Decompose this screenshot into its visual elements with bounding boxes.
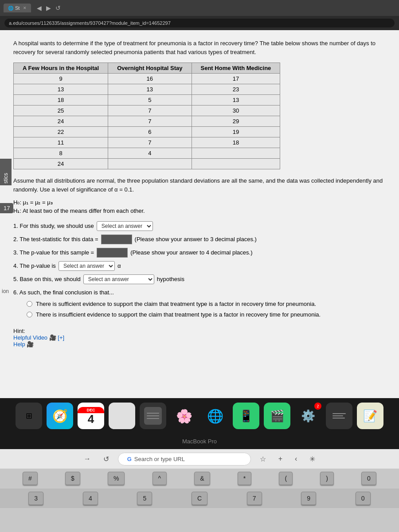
bookmark-btn[interactable]: ☆	[256, 452, 270, 466]
keyboard-row-1: # $ % ^ & * ( ) 0	[0, 469, 399, 488]
hint-label: Hint:	[13, 328, 386, 334]
q2-label: 2. The test-statistic for this data =	[13, 234, 98, 245]
radio-insufficient[interactable]	[27, 312, 32, 317]
question-1-line: 1. For this study, we should use Select …	[13, 220, 386, 232]
table-cell: 23	[192, 84, 280, 95]
dock-item-finder[interactable]	[109, 403, 135, 429]
questions-block: 1. For this study, we should use Select …	[13, 220, 386, 319]
table-row: 18513	[14, 95, 280, 106]
key-c[interactable]: C	[192, 492, 207, 505]
key-open-paren[interactable]: (	[279, 472, 293, 485]
nav-forward-btn[interactable]: ▶	[45, 4, 52, 12]
key-caret[interactable]: ^	[153, 472, 167, 485]
dock-item-phone[interactable]: 📱	[233, 403, 259, 429]
key-3[interactable]: 3	[28, 492, 43, 505]
tabs-btn[interactable]: ‹	[291, 452, 301, 466]
h0-line: H₀: μ₁ = μ₂ = μ₃	[13, 199, 386, 206]
q5-label: 5. Base on this, we should	[13, 274, 81, 285]
table-row: 25730	[14, 106, 280, 116]
question-4-line: 4. The p-value is Select an answer α	[13, 260, 386, 272]
q5-suffix: hypothesis	[157, 274, 184, 285]
dock-item-grid[interactable]: ⊞	[16, 403, 42, 429]
key-hash[interactable]: #	[23, 472, 38, 485]
question-2-line: 2. The test-statistic for this data = (P…	[13, 234, 386, 245]
table-cell: 24	[14, 159, 108, 169]
hint-help-link[interactable]: Help 🎥	[13, 341, 34, 348]
dock-item-safari[interactable]: 🧭	[47, 403, 73, 429]
dock-item-pencil[interactable]: 📝	[357, 403, 383, 429]
radio-options: There is sufficient evidence to support …	[27, 300, 386, 319]
tab-close-btn[interactable]: ✕	[23, 6, 27, 10]
q1-label: 1. For this study, we should use	[13, 220, 94, 232]
browser-tab[interactable]: 🌐 St ✕	[4, 4, 31, 12]
table-cell: 24	[14, 116, 108, 127]
search-bar[interactable]: G Search or type URL	[118, 453, 251, 466]
key-00[interactable]: 0	[356, 492, 371, 505]
dock-item-settings[interactable]: ⚙️ 2	[295, 403, 321, 429]
keyboard-row-2: 3 4 5 C 7 9 0	[0, 489, 399, 508]
key-percent[interactable]: %	[108, 472, 125, 485]
hint-video-link[interactable]: Helpful Video 🎥 [+]	[13, 334, 64, 341]
macbook-label: MacBook Pro	[0, 434, 399, 449]
dock-item-facetime[interactable]: 🎬	[264, 403, 290, 429]
assume-paragraph: Assume that all distributions are normal…	[13, 176, 386, 194]
table-cell: 16	[108, 74, 192, 84]
calendar-day: 4	[88, 413, 94, 425]
q5-select[interactable]: Select an answer	[83, 274, 154, 284]
table-cell: 17	[192, 74, 280, 84]
add-tab-btn[interactable]: +	[275, 452, 286, 466]
table-cell: 30	[192, 106, 280, 116]
q4-label: 4. The p-value is	[13, 260, 56, 272]
col-header-2: Overnight Hospital Stay	[108, 63, 192, 74]
radio-sufficient-label: There is sufficient evidence to support …	[36, 300, 316, 308]
dock-item-music[interactable]	[326, 403, 352, 429]
key-9[interactable]: 9	[301, 492, 316, 505]
refresh-btn[interactable]: ↺	[100, 452, 113, 466]
nav-refresh-btn[interactable]: ↺	[54, 4, 62, 12]
key-4[interactable]: 4	[83, 492, 98, 505]
search-placeholder: Search or type URL	[134, 456, 185, 462]
q2-input[interactable]	[101, 235, 132, 244]
table-cell: 25	[14, 106, 108, 116]
key-zero[interactable]: 0	[361, 472, 376, 485]
dock-item-notes[interactable]	[140, 403, 166, 429]
q6-label: 6. As such, the final conclusion is that…	[13, 287, 114, 298]
key-dollar[interactable]: $	[65, 472, 80, 485]
table-cell: 9	[14, 74, 108, 84]
dock-item-calendar[interactable]: DEC 4	[78, 403, 104, 429]
key-ampersand[interactable]: &	[194, 472, 210, 485]
table-cell: 18	[192, 137, 280, 148]
dock-item-photos[interactable]: 🌸	[171, 403, 197, 429]
url-input[interactable]: a.edu/courses/1126335/assignments/937042…	[4, 19, 395, 27]
tab-label: St	[15, 5, 20, 11]
key-asterisk[interactable]: *	[238, 472, 251, 485]
q3-input[interactable]	[97, 248, 128, 258]
col-header-1: A Few Hours in the Hospital	[14, 63, 108, 74]
key-7[interactable]: 7	[247, 492, 262, 505]
dock: ⊞ 🧭 DEC 4 🌸 🌐 📱 🎬 ⚙️ 2 📝	[0, 398, 399, 434]
hint-section: Hint: Helpful Video 🎥 [+] Help 🎥	[13, 328, 386, 348]
settings-btn[interactable]: ✳	[306, 452, 319, 466]
table-cell: 22	[14, 127, 108, 137]
radio-sufficient[interactable]	[27, 301, 32, 307]
key-5[interactable]: 5	[137, 492, 152, 505]
intro-paragraph: A hospital wants to determine if the typ…	[13, 39, 386, 56]
table-cell: 13	[192, 95, 280, 106]
col-header-3: Sent Home With Medicine	[192, 63, 280, 74]
table-row: 11718	[14, 137, 280, 148]
sidebar-label: stics	[0, 159, 12, 185]
dock-item-chrome[interactable]: 🌐	[202, 403, 228, 429]
q4-select[interactable]: Select an answer	[59, 261, 115, 271]
q2-note: (Please show your answer to 3 decimal pl…	[135, 234, 257, 245]
key-close-paren[interactable]: )	[320, 472, 334, 485]
q3-label: 3. The p-value for this sample =	[13, 247, 94, 258]
question-6-line: 6. As such, the final conclusion is that…	[13, 287, 386, 298]
table-row: 84	[14, 148, 280, 159]
table-cell: 19	[192, 127, 280, 137]
table-cell: 11	[14, 137, 108, 148]
nav-back-btn[interactable]: ◀	[35, 4, 43, 12]
data-table: A Few Hours in the Hospital Overnight Ho…	[13, 63, 280, 169]
back-btn[interactable]: →	[80, 452, 94, 466]
table-cell: 7	[108, 116, 192, 127]
q1-select[interactable]: Select an answer	[97, 221, 153, 231]
